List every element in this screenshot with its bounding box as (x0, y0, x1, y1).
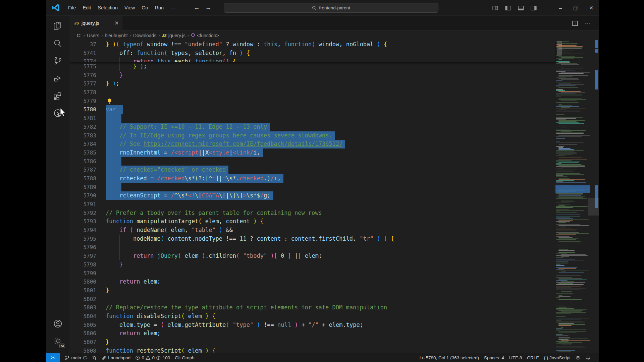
code-line[interactable]: 5788 rchecked = /checked\s*(?:[^=]|=\s*.… (69, 174, 555, 183)
code-line[interactable]: 5799 (69, 269, 555, 278)
forward-arrow-icon[interactable]: → (205, 4, 212, 11)
code-line[interactable]: 5785 rnoInnerhtml = /<script||X<style|<l… (69, 148, 555, 157)
code-line[interactable]: 5803// Replace/restore the type attribut… (69, 303, 555, 312)
code-line[interactable]: 5784 // See https://connect.microsoft.co… (69, 140, 555, 148)
line-number[interactable]: 5776 (69, 71, 96, 80)
status-item-copilot-icon[interactable] (576, 355, 581, 360)
line-number[interactable]: 5788 (69, 174, 96, 183)
line-number[interactable]: 5780 (69, 105, 96, 114)
line-number[interactable]: 5802 (69, 295, 96, 304)
line-number[interactable]: 5789 (69, 183, 96, 192)
status-item-utf-8[interactable]: UTF-8 (509, 355, 522, 360)
code-line[interactable]: 5792// Prefer a tbody over its parent ta… (69, 209, 555, 218)
code-line[interactable]: 5798 } (69, 260, 555, 269)
line-number[interactable]: 5796 (69, 243, 96, 252)
code-editor[interactable]: 5775 } );5776 }5777} );577857795780var57… (69, 40, 599, 353)
menu-edit[interactable]: Edit (79, 3, 94, 13)
code-line[interactable]: 5796 (69, 243, 555, 252)
remote-indicator[interactable]: >< (46, 353, 60, 362)
line-number[interactable]: 5801 (69, 286, 96, 295)
line-number[interactable]: 5792 (69, 209, 96, 218)
editor-actions-more-icon[interactable]: ··· (585, 20, 590, 26)
code-line[interactable]: 5791 (69, 200, 555, 209)
line-number[interactable]: 5775 (69, 62, 96, 71)
status-item-git-graph[interactable]: Git Graph (175, 355, 195, 360)
breadcrumb-item[interactable]: Users (87, 33, 99, 38)
line-number[interactable]: 5793 (69, 217, 96, 226)
code-line[interactable]: 5789 (69, 183, 555, 192)
breadcrumb-item[interactable]: <function> (191, 33, 219, 38)
line-number[interactable]: 5807 (69, 338, 96, 347)
code-line[interactable]: 5797 return jQuery( elem ).children( "tb… (69, 252, 555, 260)
menu-go[interactable]: Go (138, 3, 151, 13)
breadcrumb-item[interactable]: hieuhuynht (105, 33, 128, 38)
code-line[interactable]: 5741 off: function( types, selector, fn … (69, 49, 555, 58)
breadcrumb-item[interactable]: JSjquery.js (162, 33, 185, 38)
toggle-sidebar-icon[interactable] (505, 5, 511, 11)
line-number[interactable]: 5804 (69, 312, 96, 321)
minimap[interactable] (555, 40, 594, 353)
breadcrumb-item[interactable]: C: (77, 33, 82, 38)
code-line[interactable]: 5777} ); (69, 79, 555, 88)
code-line[interactable]: 5780var (69, 105, 555, 114)
code-line[interactable]: 5782 // Support: IE <=10 - 11, Edge 12 -… (69, 123, 555, 131)
breadcrumb-item[interactable]: Downloads (133, 33, 156, 38)
status-item-ln-5780--col-1--363-selected-[interactable]: Ln 5780, Col 1 (363 selected) (420, 355, 479, 360)
line-number[interactable]: 5797 (69, 252, 96, 260)
line-number[interactable]: 37 (69, 40, 96, 49)
line-number[interactable]: 5787 (69, 166, 96, 174)
code-line[interactable]: 5805 elem.type = ( elem.getAttribute( "t… (69, 321, 555, 329)
code-line[interactable]: 5775 } ); (69, 62, 555, 71)
code-line[interactable]: 5787 // checked="checked" or checked (69, 166, 555, 174)
status-item[interactable] (83, 355, 88, 360)
code-line[interactable]: 5806 return elem; (69, 329, 555, 338)
status-item-main[interactable]: main (65, 355, 81, 360)
tab-close-icon[interactable]: ✕ (114, 20, 119, 26)
close-button[interactable]: ✕ (584, 0, 599, 16)
menu-view[interactable]: View (121, 3, 138, 13)
line-number[interactable]: 5806 (69, 329, 96, 338)
status-item-spaces--4[interactable]: Spaces: 4 (484, 355, 504, 360)
line-number[interactable]: 5800 (69, 278, 96, 286)
code-line[interactable]: 5793function manipulationTarget( elem, c… (69, 217, 555, 226)
activity-run-debug-icon[interactable] (50, 69, 66, 87)
code-line[interactable]: 5790 rcleanScript = /^\s*<!\[CDATA\[|\]\… (69, 191, 555, 200)
line-number[interactable]: 5784 (69, 140, 96, 148)
status-item[interactable] (92, 355, 97, 360)
toggle-panel-icon[interactable] (518, 5, 524, 11)
status-item-100[interactable]: 100 (156, 355, 170, 360)
line-number[interactable]: 5805 (69, 321, 96, 329)
code-line[interactable]: 5781 (69, 114, 555, 123)
minimize-button[interactable]: – (553, 0, 568, 16)
code-line[interactable]: 5800 return elem; (69, 278, 555, 286)
code-line[interactable]: 37} )( typeof window !== "undefined" ? w… (69, 40, 555, 49)
code-line[interactable]: 5776 } (69, 71, 555, 80)
line-number[interactable]: 5783 (69, 131, 96, 140)
line-number[interactable]: 5785 (69, 148, 96, 157)
tab-jquery-js[interactable]: JS jquery.js ✕ (69, 16, 122, 31)
code-line[interactable]: 5779 (69, 97, 555, 106)
status-item-0[interactable]: 0 (146, 355, 155, 360)
code-line[interactable]: 5786 (69, 157, 555, 166)
code-line[interactable]: 5794 if ( nodeName( elem, "table" ) && (69, 226, 555, 235)
menu-selection[interactable]: Selection (94, 3, 121, 13)
line-number[interactable]: 5778 (69, 88, 96, 97)
code-line[interactable]: 5801} (69, 286, 555, 295)
line-number[interactable]: 5798 (69, 260, 96, 269)
line-number[interactable]: 5741 (69, 49, 96, 58)
line-number[interactable]: 5808 (69, 347, 96, 353)
overview-ruler[interactable] (594, 40, 599, 353)
activity-account-icon[interactable] (50, 315, 66, 332)
command-center-search[interactable]: frontend-parent (224, 3, 438, 13)
code-line[interactable]: 5795 nodeName( content.nodeType !== 11 ?… (69, 235, 555, 243)
status-item-crlf[interactable]: CRLF (527, 355, 539, 360)
activity-explorer-icon[interactable] (50, 17, 66, 35)
line-number[interactable]: 5799 (69, 269, 96, 278)
back-arrow-icon[interactable]: ← (194, 4, 200, 11)
customize-layout-icon[interactable] (492, 5, 498, 11)
activity-source-control-icon[interactable] (50, 52, 66, 69)
menu-run[interactable]: Run (152, 3, 167, 13)
menu-file[interactable]: File (65, 3, 79, 13)
line-number[interactable]: 5777 (69, 79, 96, 88)
line-number[interactable]: 5774 (69, 57, 96, 62)
